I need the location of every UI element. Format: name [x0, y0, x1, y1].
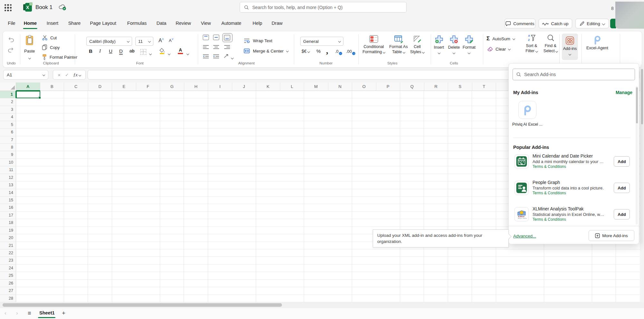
row-header-12[interactable]: 12: [0, 174, 16, 181]
addin-item-xlminer[interactable]: XLMiner Analysis ToolPak XLMiner Analysi…: [509, 207, 639, 226]
font-family-select[interactable]: Calibri (Body): [86, 37, 132, 46]
add-sheet-button[interactable]: +: [62, 310, 65, 317]
horizontal-scrollbar-thumb[interactable]: [3, 303, 282, 307]
row-header-15[interactable]: 15: [0, 197, 16, 204]
column-header-I[interactable]: I: [208, 82, 232, 91]
conditional-formatting-button[interactable]: Conditional Formatting: [360, 35, 388, 54]
all-sheets-menu-button[interactable]: ≡: [28, 310, 31, 317]
comma-format-button[interactable]: ,: [326, 46, 328, 56]
bold-button[interactable]: B: [89, 48, 92, 54]
wrap-text-button[interactable]: Wrap Text: [244, 38, 272, 43]
row-header-21[interactable]: 21: [0, 242, 16, 249]
row-header-25[interactable]: 25: [0, 272, 16, 279]
select-all-corner[interactable]: [0, 82, 16, 91]
paste-button[interactable]: [25, 35, 35, 46]
addin-item-mini-calendar[interactable]: Mini Calendar and Date Picker Add a mini…: [509, 154, 639, 176]
priviq-addin-tile[interactable]: [518, 101, 536, 119]
percent-format-button[interactable]: %: [316, 48, 321, 54]
row-header-13[interactable]: 13: [0, 181, 16, 189]
menu-tab-file[interactable]: File: [8, 21, 15, 26]
row-header-14[interactable]: 14: [0, 189, 16, 197]
text-orientation-button[interactable]: [224, 53, 229, 60]
row-header-5[interactable]: 5: [0, 121, 16, 129]
column-header-S[interactable]: S: [448, 82, 472, 91]
sort-filter-button[interactable]: A Z Sort & Filter: [523, 34, 541, 53]
row-header-16[interactable]: 16: [0, 204, 16, 211]
decrease-indent-button[interactable]: [202, 54, 209, 60]
decrease-decimal-button[interactable]: .0←: [335, 49, 342, 55]
next-sheet-button[interactable]: ›: [16, 310, 18, 316]
italic-button[interactable]: I: [99, 48, 101, 54]
menu-tab-help[interactable]: Help: [253, 21, 262, 26]
row-header-23[interactable]: 23: [0, 257, 16, 264]
fill-color-button[interactable]: [159, 48, 165, 55]
add-button[interactable]: Add: [614, 209, 630, 219]
addin-item-people-graph[interactable]: People Graph Transform cold data into a …: [509, 180, 639, 203]
row-header-3[interactable]: 3: [0, 106, 16, 113]
orientation-chevron[interactable]: [231, 55, 233, 60]
addins-search-input[interactable]: Search Add-ins: [513, 69, 635, 80]
more-addins-button[interactable]: More Add-ins: [589, 230, 634, 241]
manage-link[interactable]: Manage: [616, 90, 632, 95]
menu-tab-automate[interactable]: Automate: [221, 21, 241, 26]
autosum-button[interactable]: Σ AutoSum: [486, 35, 515, 42]
find-select-button[interactable]: Find & Select: [541, 34, 560, 53]
row-header-6[interactable]: 6: [0, 129, 16, 136]
column-header-T[interactable]: T: [472, 82, 496, 91]
row-header-1[interactable]: 1: [0, 91, 16, 98]
menu-tab-formulas[interactable]: Formulas: [127, 21, 147, 26]
fill-handle[interactable]: [38, 96, 41, 99]
row-header-8[interactable]: 8: [0, 144, 16, 151]
row-header-17[interactable]: 17: [0, 212, 16, 219]
align-center-button[interactable]: [213, 45, 220, 50]
menu-tab-share[interactable]: Share: [68, 21, 81, 26]
workbook-title[interactable]: Book 1: [35, 4, 53, 11]
row-header-11[interactable]: 11: [0, 166, 16, 174]
add-button[interactable]: Add: [614, 156, 630, 167]
row-header-4[interactable]: 4: [0, 113, 16, 121]
row-header-9[interactable]: 9: [0, 151, 16, 159]
advanced-link[interactable]: Advanced...: [513, 234, 536, 238]
row-header-19[interactable]: 19: [0, 227, 16, 234]
cancel-icon[interactable]: ×: [58, 72, 61, 78]
row-header-22[interactable]: 22: [0, 249, 16, 257]
terms-conditions-link[interactable]: Terms & Conditions: [533, 217, 566, 222]
menu-tab-view[interactable]: View: [201, 21, 211, 26]
catch-up-button[interactable]: Catch up: [539, 19, 572, 28]
editing-mode-button[interactable]: Editing: [575, 19, 609, 28]
row-header-24[interactable]: 24: [0, 265, 16, 272]
terms-conditions-link[interactable]: Terms & Conditions: [533, 191, 566, 195]
column-header-C[interactable]: C: [64, 82, 88, 91]
format-cells-button[interactable]: Format: [461, 35, 477, 55]
format-painter-button[interactable]: Format Painter: [42, 54, 77, 60]
prev-sheet-button[interactable]: ‹: [5, 310, 6, 316]
cloud-saved-icon[interactable]: [59, 4, 67, 12]
column-header-E[interactable]: E: [112, 82, 136, 91]
paste-chevron[interactable]: [29, 55, 31, 60]
increase-indent-button[interactable]: [213, 54, 220, 60]
font-size-select[interactable]: 11: [135, 37, 153, 46]
borders-button[interactable]: [140, 49, 146, 55]
row-header-26[interactable]: 26: [0, 280, 16, 287]
merge-center-button[interactable]: Merge & Center: [244, 48, 288, 53]
strikethrough-button[interactable]: ab: [130, 48, 135, 53]
add-button[interactable]: Add: [614, 183, 630, 193]
comments-button[interactable]: Comments: [505, 19, 535, 28]
column-header-D[interactable]: D: [88, 82, 112, 91]
clear-button[interactable]: Clear: [487, 46, 510, 52]
row-header-28[interactable]: 28: [0, 295, 16, 302]
row-header-27[interactable]: 27: [0, 287, 16, 295]
copy-button[interactable]: Copy: [42, 44, 60, 50]
vertical-scrollbar-thumb[interactable]: [641, 69, 643, 124]
excel-logo-icon[interactable]: X: [23, 3, 32, 12]
shrink-font-button[interactable]: A˅: [169, 37, 174, 43]
menu-tab-data[interactable]: Data: [157, 21, 167, 26]
insert-function-button[interactable]: ƒx: [73, 72, 81, 78]
double-underline-button[interactable]: D: [119, 48, 123, 55]
row-header-10[interactable]: 10: [0, 159, 16, 166]
menu-tab-page-layout[interactable]: Page Layout: [90, 21, 116, 26]
column-header-H[interactable]: H: [184, 82, 208, 91]
menu-tab-home[interactable]: Home: [24, 21, 37, 26]
app-launcher-icon[interactable]: [5, 4, 12, 11]
global-search-input[interactable]: Search for tools, help, and more (Option…: [240, 2, 407, 13]
